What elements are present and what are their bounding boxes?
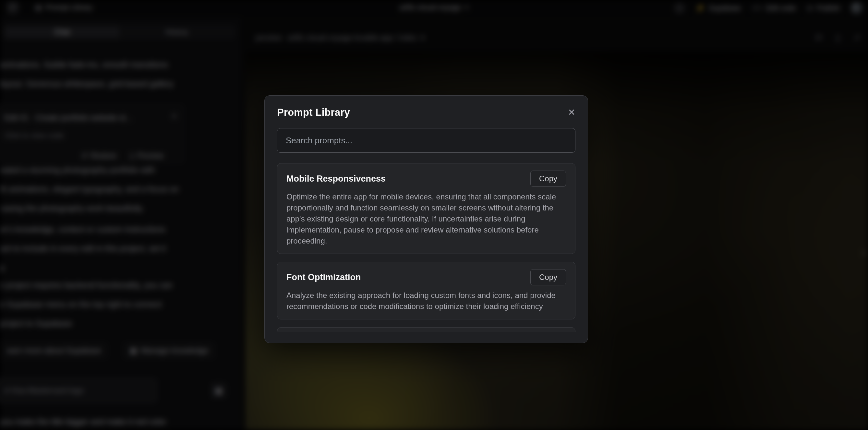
- copy-button[interactable]: Copy: [530, 269, 566, 285]
- search-input[interactable]: [277, 128, 576, 153]
- prompt-title: Font Optimization: [286, 272, 361, 282]
- copy-button[interactable]: Copy: [530, 171, 566, 187]
- modal-title: Prompt Library: [277, 107, 350, 118]
- prompt-list: Mobile Responsiveness Copy Optimize the …: [277, 163, 576, 332]
- close-icon[interactable]: ✕: [568, 108, 576, 117]
- prompt-card-font-optimization: Font Optimization Copy Analyze the exist…: [277, 262, 576, 319]
- prompt-library-modal: Prompt Library ✕ Mobile Responsiveness C…: [265, 95, 588, 343]
- prompt-title: Mobile Responsiveness: [286, 174, 386, 184]
- prompt-card-clipped: [277, 327, 576, 332]
- prompt-description: Analyze the existing approach for loadin…: [286, 290, 566, 312]
- modal-header: Prompt Library ✕: [277, 107, 576, 118]
- prompt-card-mobile-responsiveness: Mobile Responsiveness Copy Optimize the …: [277, 163, 576, 254]
- prompt-description: Optimize the entire app for mobile devic…: [286, 191, 566, 246]
